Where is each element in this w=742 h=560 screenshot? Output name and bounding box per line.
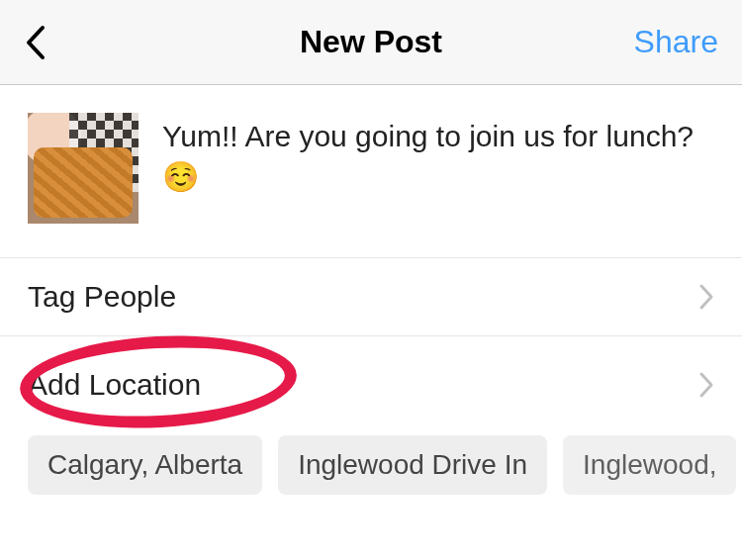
location-chip[interactable]: Inglewood Drive In xyxy=(278,435,547,495)
chevron-right-icon xyxy=(698,283,714,311)
add-location-container: Add Location xyxy=(0,348,742,416)
caption-input[interactable]: Yum!! Are you going to join us for lunch… xyxy=(162,113,714,197)
add-location-row[interactable]: Add Location xyxy=(28,348,714,416)
location-chip[interactable]: Inglewood, xyxy=(563,435,736,495)
back-button[interactable] xyxy=(24,23,63,62)
share-button[interactable]: Share xyxy=(634,24,718,60)
location-chip[interactable]: Calgary, Alberta xyxy=(28,435,262,495)
tag-people-row[interactable]: Tag People xyxy=(0,258,742,336)
header-bar: New Post Share xyxy=(0,0,742,85)
page-title: New Post xyxy=(300,24,442,60)
add-location-label: Add Location xyxy=(28,368,201,402)
chevron-right-icon xyxy=(698,371,714,399)
chevron-back-icon xyxy=(24,25,46,60)
caption-section: Yum!! Are you going to join us for lunch… xyxy=(0,85,742,258)
tag-people-label: Tag People xyxy=(28,280,176,314)
post-thumbnail[interactable] xyxy=(28,113,139,224)
location-suggestions: Calgary, Alberta Inglewood Drive In Ingl… xyxy=(0,416,742,495)
